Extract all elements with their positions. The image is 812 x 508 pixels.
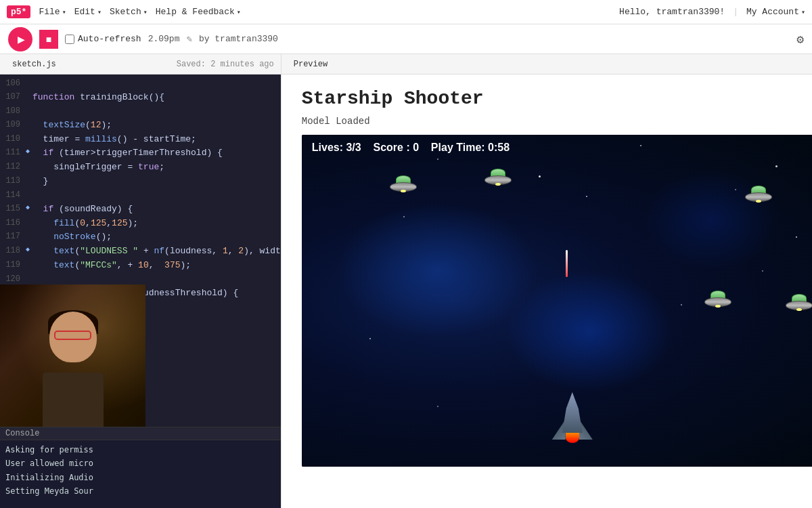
code-line: 119 text("MFCCs", + 10, 375); xyxy=(0,259,281,273)
editor-panel: sketch.js Saved: 2 minutes ago 106107fun… xyxy=(0,54,281,508)
my-account-button[interactable]: My Account ▾ xyxy=(746,7,805,17)
code-line: 114 xyxy=(0,189,281,203)
toolbar: Auto-refresh 2.09pm ✎ by tramtran3390 ⚙ xyxy=(0,24,812,54)
person-silhouette xyxy=(26,305,120,427)
file-menu[interactable]: File ▾ xyxy=(39,7,66,17)
console-output: Asking for permissUser allowed microInit… xyxy=(0,440,281,501)
code-line: 118◆ text("LOUDNESS " + nf(loudness, 1, … xyxy=(0,245,281,259)
preview-tab[interactable]: Preview xyxy=(288,60,333,69)
code-line: 117 noStroke(); xyxy=(0,230,281,245)
ufo-4 xyxy=(704,291,731,307)
console-header: Console xyxy=(0,427,281,440)
score-display: Score : 0 xyxy=(373,142,419,153)
greeting-text: Hello, tramtran3390! xyxy=(619,7,725,17)
code-line: 111◆ if (timer>triggerTimerThreshold) { xyxy=(0,146,281,161)
navbar: p5* File ▾ Edit ▾ Sketch ▾ Help & Feedba… xyxy=(0,0,812,24)
code-line: 109 textSize(12); xyxy=(0,119,281,133)
bullet xyxy=(566,250,568,277)
ufo-5 xyxy=(786,294,812,310)
ufo-3 xyxy=(745,186,772,202)
main-area: sketch.js Saved: 2 minutes ago 106107fun… xyxy=(0,54,812,508)
code-line: 113 } xyxy=(0,175,281,189)
preview-title: Starship Shooter xyxy=(302,88,812,109)
sketch-menu[interactable]: Sketch ▾ xyxy=(110,7,148,17)
stop-button[interactable] xyxy=(39,30,58,49)
console-line: Asking for permiss xyxy=(5,443,275,457)
p5-logo[interactable]: p5* xyxy=(7,5,30,18)
lives-display: Lives: 3/3 xyxy=(312,142,361,153)
ufo-1 xyxy=(390,175,417,192)
play-button[interactable] xyxy=(8,27,32,51)
code-line: 115◆ if (soundReady) { xyxy=(0,203,281,217)
code-line: 108 xyxy=(0,105,281,119)
nav-separator: | xyxy=(733,7,738,17)
time-display: Play Time: 0:58 xyxy=(431,142,510,153)
code-line: 107function trainingBlock(){ xyxy=(0,91,281,105)
help-menu[interactable]: Help & Feedback ▾ xyxy=(156,7,241,17)
code-line: 116 fill(0,125,125); xyxy=(0,217,281,231)
console-line: Setting Meyda Sour xyxy=(5,484,275,498)
game-canvas: Lives: 3/3 Score : 0 Play Time: 0:58 xyxy=(302,135,812,467)
sketch-js-tab[interactable]: sketch.js xyxy=(7,60,62,69)
settings-gear-icon[interactable]: ⚙ xyxy=(796,32,804,47)
console-panel: Console Asking for permissUser allowed m… xyxy=(0,427,281,508)
preview-content: Starship Shooter Model Loaded xyxy=(281,75,812,508)
game-hud: Lives: 3/3 Score : 0 Play Time: 0:58 xyxy=(312,142,510,154)
code-line: 112 singleTrigger = true; xyxy=(0,161,281,175)
toolbar-user: by tramtran3390 xyxy=(199,34,278,44)
code-line: 106 xyxy=(0,77,281,91)
auto-refresh-checkbox[interactable] xyxy=(65,35,74,44)
model-status: Model Loaded xyxy=(302,116,812,127)
edit-pencil-icon[interactable]: ✎ xyxy=(186,33,191,45)
ufo-2 xyxy=(484,169,512,185)
toolbar-time: 2.09pm xyxy=(148,34,180,44)
console-line: User allowed micro xyxy=(5,457,275,470)
webcam-overlay xyxy=(0,284,145,427)
spaceship xyxy=(552,392,593,446)
code-line: 110 timer = millis() - startTime; xyxy=(0,133,281,147)
preview-panel: Preview Starship Shooter Model Loaded xyxy=(281,54,812,508)
auto-refresh-label: Auto-refresh xyxy=(65,34,141,44)
editor-tabs: sketch.js Saved: 2 minutes ago xyxy=(0,54,281,75)
console-line: Initializing Audio xyxy=(5,471,275,484)
saved-status: Saved: 2 minutes ago xyxy=(177,60,274,69)
edit-menu[interactable]: Edit ▾ xyxy=(74,7,102,17)
preview-tabs: Preview xyxy=(281,54,812,75)
